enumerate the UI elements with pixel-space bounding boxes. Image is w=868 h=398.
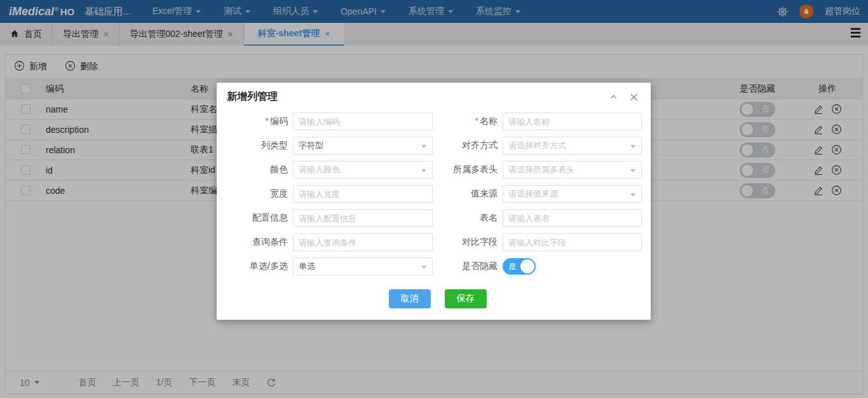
field-label-value-source: 值来源 [433, 188, 498, 200]
field-label-width: 宽度 [232, 188, 288, 200]
save-button[interactable]: 保存 [445, 289, 487, 308]
field-label-name: *名称 [433, 116, 498, 127]
toggle-knob [520, 259, 534, 273]
color-select[interactable]: 请输入颜色 [293, 161, 433, 179]
chevron-down-icon [630, 193, 635, 196]
config-info-field[interactable] [293, 209, 433, 227]
chevron-down-icon [421, 145, 426, 148]
modal-header: 新增列管理 × [217, 83, 651, 111]
field-label-align: 对齐方式 [433, 140, 498, 151]
field-label-color: 颜色 [232, 164, 288, 175]
modal-footer: 取消 保存 [232, 289, 643, 308]
field-label-column-type: 列类型 [232, 140, 288, 151]
field-label-compare-field: 对比字段 [433, 237, 498, 248]
field-label-single-multi: 单选/多选 [232, 261, 288, 272]
field-label-multi-header: 所属多表头 [433, 164, 498, 175]
name-field[interactable] [503, 113, 642, 130]
single-multi-select[interactable]: 单选 [293, 257, 433, 275]
cancel-button[interactable]: 取消 [389, 289, 431, 308]
compare-field[interactable] [503, 233, 642, 251]
collapse-icon[interactable] [609, 92, 618, 102]
chevron-down-icon [630, 145, 635, 148]
column-type-select[interactable]: 字符型 [293, 137, 433, 154]
table-name-field[interactable] [503, 209, 642, 227]
modal-close-icon[interactable]: × [628, 90, 639, 103]
required-asterisk: * [475, 116, 478, 126]
align-select[interactable]: 请选择对齐方式 [503, 137, 642, 154]
value-source-select[interactable]: 请选择值来源 [503, 185, 642, 203]
modal-body: *编码 *名称 列类型 字符型 对齐方式 请选择对齐方式 [217, 111, 651, 308]
chevron-down-icon [630, 169, 635, 172]
width-field[interactable] [293, 185, 433, 203]
add-column-modal: 新增列管理 × *编码 *名称 列类型 [217, 83, 651, 320]
field-label-hidden: 是否隐藏 [433, 261, 498, 272]
field-label-config-info: 配置信息 [232, 212, 288, 224]
multi-header-select[interactable]: 请选择所属多表头 [503, 161, 642, 179]
modal-title: 新增列管理 [227, 90, 278, 104]
code-field[interactable] [293, 113, 433, 130]
chevron-down-icon [421, 169, 426, 172]
app-root: iMedical ® HO 基础应用... Excel管理 测试 组织人员 Op… [0, 0, 868, 398]
chevron-down-icon [421, 266, 426, 269]
field-label-table-name: 表名 [433, 212, 498, 224]
query-condition-field[interactable] [293, 233, 433, 251]
hidden-toggle[interactable]: 是 [503, 258, 536, 275]
required-asterisk: * [266, 116, 269, 126]
field-label-code: *编码 [232, 116, 288, 127]
field-label-query-condition: 查询条件 [232, 237, 288, 248]
